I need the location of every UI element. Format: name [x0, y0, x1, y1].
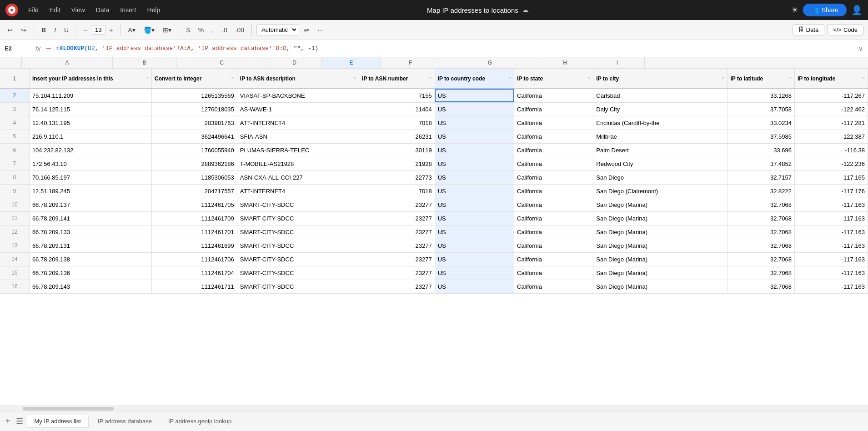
filter-icon-b[interactable]: ≡ [231, 75, 234, 80]
percent-button[interactable]: % [196, 25, 206, 35]
filter-icon-h[interactable]: ≡ [789, 75, 792, 80]
menu-data[interactable]: Data [91, 5, 114, 15]
row-number-4[interactable]: 4 [0, 116, 29, 130]
cell-int-13[interactable]: 1112461699 [152, 239, 237, 252]
filter-icon-e[interactable]: ≡ [508, 75, 511, 80]
cell-country-10[interactable]: US [435, 198, 514, 211]
header-col-g[interactable]: IP to city ≡ [593, 69, 728, 89]
cell-asn-num-14[interactable]: 23277 [359, 252, 435, 266]
cell-asn-15[interactable]: SMART-CITY-SDCC [237, 266, 359, 280]
cell-lat-15[interactable]: 32.7068 [728, 266, 795, 280]
cell-country-3[interactable]: US [435, 102, 514, 116]
row-number-8[interactable]: 8 [0, 170, 29, 184]
cell-ip-14[interactable]: 66.78.209.138 [29, 252, 151, 266]
cell-lat-8[interactable]: 32.7157 [728, 170, 795, 184]
comma-button[interactable]: , [209, 25, 216, 35]
row-number-2[interactable]: 2 [0, 89, 29, 102]
data-button[interactable]: 🗄 Data [793, 24, 824, 35]
cell-int-10[interactable]: 1112461705 [152, 198, 237, 211]
decrease-decimal-button[interactable]: .0 [219, 25, 230, 35]
cell-ip-4[interactable]: 12.40.131.195 [29, 116, 151, 130]
cell-city-12[interactable]: San Diego (Marina) [593, 225, 728, 239]
cell-lat-3[interactable]: 37.7058 [728, 102, 795, 116]
cell-state-12[interactable]: California [514, 225, 593, 239]
cell-state-15[interactable]: California [514, 266, 593, 280]
header-col-f[interactable]: IP to state ≡ [514, 69, 593, 89]
font-size-increase[interactable]: + [106, 25, 115, 35]
cell-country-9[interactable]: US [435, 184, 514, 198]
cell-asn-num-13[interactable]: 23277 [359, 239, 435, 252]
cell-lon-10[interactable]: -117.163 [794, 198, 868, 211]
formula-expand-button[interactable]: ∨ [858, 44, 863, 53]
cell-city-6[interactable]: Palm Desert [593, 143, 728, 157]
cell-lat-6[interactable]: 33.696 [728, 143, 795, 157]
row-number-7[interactable]: 7 [0, 157, 29, 170]
cell-lat-2[interactable]: 33.1268 [728, 89, 795, 102]
col-header-f[interactable]: F [381, 57, 440, 68]
cell-asn-num-8[interactable]: 22773 [359, 170, 435, 184]
cell-asn-8[interactable]: ASN-CXA-ALL-CCI-227 [237, 170, 359, 184]
header-col-b[interactable]: Convert to Integer ≡ [152, 69, 237, 89]
cell-state-4[interactable]: California [514, 116, 593, 130]
cell-asn-num-7[interactable]: 21928 [359, 157, 435, 170]
filter-icon-f[interactable]: ≡ [588, 75, 591, 80]
cell-asn-5[interactable]: SFIA-ASN [237, 130, 359, 143]
cell-asn-num-2[interactable]: 7155 [359, 89, 435, 102]
cell-asn-num-9[interactable]: 7018 [359, 184, 435, 198]
sheet-tab-geoip[interactable]: IP address geoip lookup [161, 415, 239, 427]
cell-int-9[interactable]: 204717557 [152, 184, 237, 198]
cell-lat-11[interactable]: 32.7068 [728, 211, 795, 225]
cell-lat-9[interactable]: 32.8222 [728, 184, 795, 198]
col-header-i[interactable]: I [590, 57, 645, 68]
cell-lat-14[interactable]: 32.7068 [728, 252, 795, 266]
cell-int-4[interactable]: 203981763 [152, 116, 237, 130]
cell-lon-12[interactable]: -117.163 [794, 225, 868, 239]
header-col-h[interactable]: IP to latitude ≡ [728, 69, 795, 89]
bold-button[interactable]: B [39, 25, 49, 35]
header-col-i[interactable]: IP to longitude ≡ [794, 69, 868, 89]
row-number-6[interactable]: 6 [0, 143, 29, 157]
filter-icon-d[interactable]: ≡ [429, 75, 432, 80]
cell-asn-num-3[interactable]: 11404 [359, 102, 435, 116]
cell-int-15[interactable]: 1112461704 [152, 266, 237, 280]
menu-file[interactable]: File [24, 5, 43, 15]
redo-button[interactable]: ↪ [18, 25, 29, 35]
header-col-a[interactable]: Insert your IP addresses in this ≡ [29, 69, 151, 89]
cell-lat-12[interactable]: 32.7068 [728, 225, 795, 239]
cell-int-5[interactable]: 3624496641 [152, 130, 237, 143]
cell-lon-8[interactable]: -117.165 [794, 170, 868, 184]
cell-int-8[interactable]: 1185306053 [152, 170, 237, 184]
sheet-tab-my-ip[interactable]: My IP address list [27, 415, 89, 428]
cell-country-15[interactable]: US [435, 266, 514, 280]
col-header-b[interactable]: B [113, 57, 176, 68]
cell-asn-2[interactable]: VIASAT-SP-BACKBONE [237, 89, 359, 102]
cell-state-9[interactable]: California [514, 184, 593, 198]
cell-city-8[interactable]: San Diego [593, 170, 728, 184]
currency-button[interactable]: $ [184, 25, 193, 35]
underline-button[interactable]: U [61, 25, 71, 35]
cell-country-2[interactable]: US [435, 89, 514, 102]
row-number-14[interactable]: 14 [0, 252, 29, 266]
cell-state-13[interactable]: California [514, 239, 593, 252]
cell-state-16[interactable]: California [514, 280, 593, 293]
cell-lat-16[interactable]: 32.7068 [728, 280, 795, 293]
menu-help[interactable]: Help [142, 5, 165, 15]
font-size-decrease[interactable]: − [81, 25, 90, 35]
font-size-input[interactable] [91, 25, 105, 35]
cell-lon-3[interactable]: -122.462 [794, 102, 868, 116]
cell-int-11[interactable]: 1112461709 [152, 211, 237, 225]
cell-city-14[interactable]: San Diego (Marina) [593, 252, 728, 266]
col-header-d[interactable]: D [267, 57, 322, 68]
col-header-c[interactable]: C [176, 57, 267, 68]
cell-ip-5[interactable]: 216.9.110.1 [29, 130, 151, 143]
cell-state-3[interactable]: California [514, 102, 593, 116]
cell-asn-11[interactable]: SMART-CITY-SDCC [237, 211, 359, 225]
formula-content[interactable]: =XLOOKUP(B2, 'IP address database'!A:A, … [56, 45, 854, 52]
undo-button[interactable]: ↩ [5, 25, 15, 35]
cell-country-6[interactable]: US [435, 143, 514, 157]
cell-country-5[interactable]: US [435, 130, 514, 143]
cell-state-8[interactable]: California [514, 170, 593, 184]
cell-asn-num-11[interactable]: 23277 [359, 211, 435, 225]
cell-asn-13[interactable]: SMART-CITY-SDCC [237, 239, 359, 252]
cell-asn-14[interactable]: SMART-CITY-SDCC [237, 252, 359, 266]
